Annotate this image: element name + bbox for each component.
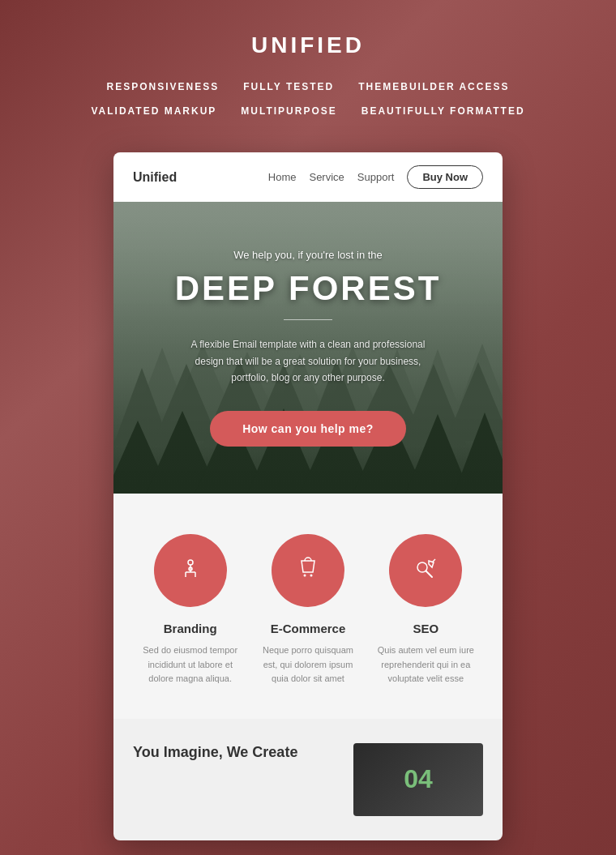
card-services: Branding Sed do eiusmod tempor incididun… [113, 494, 503, 719]
svg-point-33 [310, 575, 312, 577]
seo-title: SEO [413, 622, 438, 635]
service-ecommerce: E-Commerce Neque porro quisquam est, qui… [255, 534, 360, 686]
feature-item: MULTIPURPOSE [241, 102, 336, 120]
bottom-image-number: 04 [404, 764, 433, 794]
service-branding: Branding Sed do eiusmod tempor incididun… [138, 534, 242, 686]
ecommerce-icon-circle [272, 534, 344, 607]
card-nav-logo: Unified [133, 170, 177, 185]
buy-now-button[interactable]: Buy Now [407, 165, 483, 189]
feature-item: RESPONSIVENESS [107, 78, 220, 96]
bottom-image: 04 [353, 743, 483, 816]
feature-item: BEAUTIFULLY FORMATTED [361, 102, 525, 120]
branding-desc: Sed do eiusmod tempor incididunt ut labo… [138, 643, 242, 686]
hero-title: DEEP FOREST [175, 269, 442, 308]
card: Unified Home Service Support Buy Now [113, 152, 503, 840]
seo-desc: Quis autem vel eum iure reprehenderit qu… [374, 643, 478, 686]
hero-cta-button[interactable]: How can you help me? [210, 411, 406, 447]
features-list: RESPONSIVENESSFULLY TESTEDTHEMEBUILDER A… [65, 78, 551, 120]
nav-link-service[interactable]: Service [309, 171, 344, 183]
ecommerce-desc: Neque porro quisquam est, qui dolorem ip… [255, 643, 360, 686]
ecommerce-icon [295, 556, 321, 585]
seo-icon [413, 556, 438, 585]
card-container: Unified Home Service Support Buy Now [0, 152, 616, 840]
card-nav-links: Home Service Support Buy Now [268, 165, 483, 189]
nav-link-support[interactable]: Support [357, 171, 395, 183]
card-hero: We help you, if you're lost in the DEEP … [113, 202, 503, 494]
hero-description: A flexible Email template with a clean a… [186, 336, 430, 386]
svg-point-26 [188, 560, 193, 565]
bottom-text: You Imagine, We Create [133, 743, 337, 762]
svg-line-35 [426, 571, 433, 578]
branding-icon-circle [154, 534, 227, 607]
hero-divider [284, 319, 332, 320]
site-title: UNIFIED [16, 32, 600, 58]
card-nav: Unified Home Service Support Buy Now [113, 152, 503, 202]
branding-icon [178, 556, 203, 585]
card-bottom: You Imagine, We Create 04 [113, 719, 503, 840]
header-section: UNIFIED RESPONSIVENESSFULLY TESTEDTHEMEB… [0, 0, 616, 144]
hero-subtitle: We help you, if you're lost in the [233, 249, 383, 261]
nav-link-home[interactable]: Home [268, 171, 297, 183]
feature-item: THEMEBUILDER ACCESS [358, 78, 509, 96]
branding-title: Branding [164, 622, 217, 635]
bottom-title: You Imagine, We Create [133, 743, 337, 762]
svg-point-32 [303, 575, 306, 577]
seo-icon-circle [389, 534, 462, 607]
feature-item: VALIDATED MARKUP [91, 102, 216, 120]
ecommerce-title: E-Commerce [271, 622, 346, 635]
service-seo: SEO Quis autem vel eum iure reprehenderi… [374, 534, 478, 686]
feature-item: FULLY TESTED [243, 78, 334, 96]
